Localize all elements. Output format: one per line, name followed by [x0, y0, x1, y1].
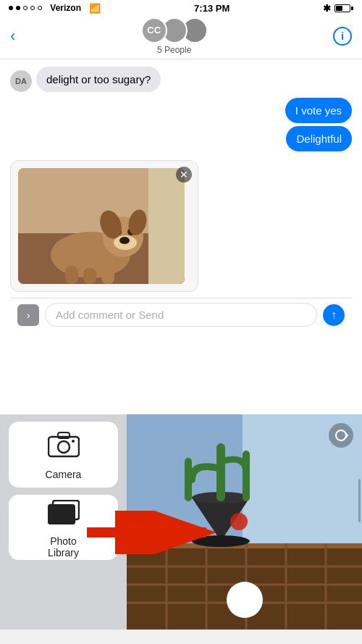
app-icons-panel: Camera PhotoLibrary [0, 414, 127, 630]
outgoing-bubble-1: I vote yes [285, 98, 352, 123]
svg-rect-40 [243, 451, 250, 501]
input-bar: › Add comment or Send ↑ [10, 298, 352, 331]
photo-library-label: PhotoLibrary [48, 535, 79, 559]
signal-dot-5 [38, 6, 42, 10]
shutter-button[interactable] [227, 582, 263, 618]
camera-rotate-button[interactable] [329, 423, 353, 448]
avatar-cc: CC [141, 17, 167, 43]
photo-library-card[interactable]: PhotoLibrary [9, 495, 118, 560]
signal-dot-2 [16, 6, 20, 10]
svg-rect-12 [83, 268, 96, 284]
nav-center: CC 5 People [141, 17, 208, 55]
camera-label: Camera [46, 469, 82, 480]
svg-rect-21 [49, 505, 75, 524]
outgoing-group: I vote yes Delightful [10, 98, 352, 154]
attachment-close-button[interactable]: ✕ [176, 167, 192, 183]
expand-button[interactable]: › [17, 304, 39, 326]
dog-image-svg [18, 168, 185, 284]
signal-dot-4 [30, 6, 35, 10]
status-left: Verizon 📶 [9, 3, 101, 14]
bottom-panel: Camera PhotoLibrary [0, 414, 362, 630]
attachment-area: ✕ [10, 160, 198, 292]
svg-point-36 [192, 535, 250, 547]
svg-marker-42 [346, 432, 348, 438]
outgoing-bubble-2: Delightful [286, 126, 352, 151]
svg-point-17 [72, 440, 75, 443]
photo-library-icon [48, 500, 80, 531]
camera-app-card[interactable]: Camera [9, 422, 118, 488]
svg-rect-11 [65, 266, 78, 284]
bluetooth-icon: ✱ [323, 3, 331, 14]
nav-avatars: CC [141, 17, 208, 43]
group-subtitle: 5 People [157, 45, 191, 55]
scroll-indicator [358, 479, 361, 522]
signal-dot-1 [9, 6, 13, 10]
status-bar: Verizon 📶 7:13 PM ✱ [0, 0, 362, 16]
wifi-icon: 📶 [89, 3, 101, 14]
svg-point-8 [119, 237, 130, 244]
camera-viewfinder[interactable] [127, 414, 362, 630]
back-button[interactable]: ‹ [10, 27, 15, 46]
info-button[interactable]: i [333, 27, 352, 46]
status-time: 7:13 PM [194, 3, 230, 14]
send-button[interactable]: ↑ [323, 304, 345, 326]
sender-avatar: DA [10, 70, 32, 92]
status-right: ✱ [323, 3, 353, 14]
battery-icon [334, 4, 353, 12]
svg-rect-2 [148, 168, 185, 284]
svg-point-15 [58, 441, 70, 453]
svg-rect-13 [101, 268, 114, 284]
nav-bar: ‹ CC 5 People i [0, 16, 362, 59]
signal-dot-3 [23, 6, 28, 10]
incoming-message-row: DA delight or too sugary? [10, 67, 352, 92]
message-input[interactable]: Add comment or Send [45, 303, 317, 327]
attachment-image [18, 168, 185, 284]
messages-area: DA delight or too sugary? I vote yes Del… [0, 59, 362, 414]
carrier-label: Verizon [50, 3, 81, 13]
camera-icon [48, 432, 80, 464]
svg-point-41 [230, 513, 248, 530]
incoming-bubble: delight or too sugary? [36, 67, 161, 92]
